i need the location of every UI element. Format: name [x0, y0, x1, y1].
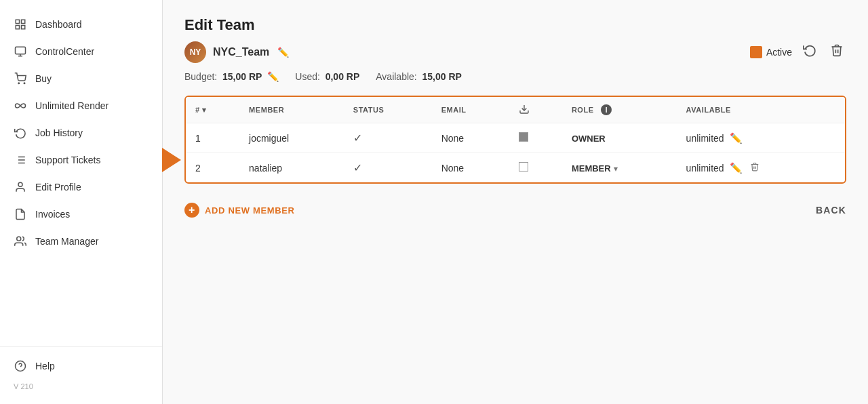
- page-title: Edit Team: [184, 16, 846, 34]
- help-icon: [14, 359, 27, 373]
- row-0-member: jocmiguel: [239, 123, 344, 153]
- members-table-body: 1jocmiguel✓NoneOWNERunlimited ✏️2natalie…: [186, 123, 845, 183]
- sidebar-item-controlcenter-label: ControlCenter: [35, 46, 94, 57]
- sidebar-item-dashboard-label: Dashboard: [35, 19, 82, 30]
- row-0-num: 1: [186, 123, 239, 153]
- col-status: STATUS: [344, 97, 432, 123]
- status-check: ✓: [353, 132, 362, 144]
- member-checkbox-filled[interactable]: [519, 132, 528, 142]
- budget-edit-button[interactable]: ✏️: [267, 71, 279, 82]
- budget-value: 15,00 RP: [222, 71, 262, 82]
- sidebar-item-job-history[interactable]: Job History: [0, 119, 162, 146]
- active-badge: Active: [750, 46, 792, 58]
- team-name: NYC_Team: [213, 46, 269, 58]
- back-button[interactable]: BACK: [816, 205, 846, 216]
- budget-row: Budget: 15,00 RP ✏️ Used: 0,00 RP Availa…: [184, 71, 846, 82]
- team-name-edit-button[interactable]: ✏️: [276, 45, 290, 59]
- team-icon: [14, 235, 27, 248]
- sidebar-item-invoices[interactable]: Invoices: [0, 201, 162, 228]
- members-table-container: # ▾ MEMBER STATUS EMAIL ROLE i AVAILABLE…: [184, 96, 846, 184]
- active-dot: [750, 46, 762, 58]
- sidebar-item-job-history-label: Job History: [35, 127, 83, 138]
- members-table: # ▾ MEMBER STATUS EMAIL ROLE i AVAILABLE…: [186, 97, 845, 182]
- svg-point-14: [17, 237, 21, 241]
- sidebar-item-help[interactable]: Help: [0, 352, 162, 380]
- cart-icon: [14, 72, 27, 85]
- row-1-checkbox-cell[interactable]: [509, 153, 562, 183]
- role-member: MEMBER: [572, 163, 611, 174]
- sidebar-item-dashboard[interactable]: Dashboard: [0, 11, 162, 38]
- sidebar-item-controlcenter[interactable]: ControlCenter: [0, 38, 162, 65]
- row-0-role: OWNER: [562, 123, 677, 153]
- row-0-checkbox-cell[interactable]: [509, 123, 562, 153]
- sidebar-item-help-label: Help: [35, 361, 55, 371]
- table-row: 2nataliep✓NoneMEMBER ▾unlimited ✏️: [186, 153, 845, 183]
- sidebar-item-team-manager-label: Team Manager: [35, 236, 98, 247]
- team-header: NY NYC_Team ✏️ Active: [184, 41, 846, 63]
- list-icon: [14, 153, 27, 167]
- version-text: V 210: [0, 380, 162, 393]
- actions-row: + ADD NEW MEMBER BACK: [184, 200, 846, 220]
- svg-rect-2: [16, 26, 19, 29]
- dashboard-icon: [14, 18, 27, 31]
- edit-available-button[interactable]: ✏️: [727, 131, 745, 145]
- row-1-available: unlimited ✏️: [677, 153, 845, 183]
- sidebar: Dashboard ControlCenter Buy Unlimited Re…: [0, 0, 163, 404]
- add-member-button[interactable]: + ADD NEW MEMBER: [184, 203, 295, 218]
- col-email: EMAIL: [432, 97, 510, 123]
- role-info-icon: i: [601, 104, 612, 115]
- sidebar-item-buy[interactable]: Buy: [0, 65, 162, 92]
- profile-icon: [14, 180, 27, 194]
- sidebar-item-unlimited-render[interactable]: Unlimited Render: [0, 92, 162, 119]
- status-check: ✓: [353, 162, 362, 174]
- sidebar-item-support-tickets[interactable]: Support Tickets: [0, 146, 162, 174]
- table-header-row: # ▾ MEMBER STATUS EMAIL ROLE i AVAILABLE: [186, 97, 845, 123]
- row-1-email: None: [432, 153, 510, 183]
- row-0-email: None: [432, 123, 510, 153]
- main-content: Edit Team NY NYC_Team ✏️ Active Budget: …: [163, 0, 868, 404]
- used-value: 0,00 RP: [326, 71, 360, 82]
- role-owner: OWNER: [572, 134, 606, 144]
- row-0-status: ✓: [344, 123, 432, 153]
- available-value: 15,00 RP: [422, 71, 462, 82]
- edit-available-button[interactable]: ✏️: [727, 161, 745, 175]
- delete-member-button[interactable]: [747, 161, 762, 175]
- col-download: [509, 97, 562, 123]
- sidebar-item-support-tickets-label: Support Tickets: [35, 155, 101, 165]
- sidebar-item-edit-profile-label: Edit Profile: [35, 182, 81, 193]
- active-label: Active: [766, 47, 792, 58]
- unlimited-icon: [14, 99, 27, 113]
- col-num[interactable]: # ▾: [186, 97, 239, 123]
- col-member: MEMBER: [239, 97, 344, 123]
- used-label: Used: 0,00 RP: [295, 71, 359, 82]
- history-button[interactable]: [800, 41, 819, 63]
- sidebar-item-buy-label: Buy: [35, 73, 52, 84]
- sidebar-item-invoices-label: Invoices: [35, 209, 70, 220]
- sidebar-item-team-manager[interactable]: Team Manager: [0, 228, 162, 255]
- sidebar-arrow: [162, 148, 181, 172]
- svg-rect-4: [16, 47, 26, 54]
- team-avatar: NY: [184, 41, 206, 63]
- add-icon: +: [184, 203, 199, 218]
- row-1-num: 2: [186, 153, 239, 183]
- table-row: 1jocmiguel✓NoneOWNERunlimited ✏️: [186, 123, 845, 153]
- role-dropdown-arrow[interactable]: ▾: [614, 164, 618, 174]
- delete-team-button[interactable]: [827, 41, 846, 63]
- budget-label: Budget: 15,00 RP ✏️: [184, 71, 279, 82]
- monitor-icon: [14, 45, 27, 58]
- history-icon: [14, 126, 27, 140]
- svg-rect-1: [22, 20, 25, 23]
- col-available: AVAILABLE: [677, 97, 845, 123]
- member-checkbox-empty[interactable]: [519, 162, 528, 171]
- add-member-label: ADD NEW MEMBER: [205, 205, 295, 216]
- row-1-status: ✓: [344, 153, 432, 183]
- row-0-available: unlimited ✏️: [677, 123, 845, 153]
- available-label: Available: 15,00 RP: [376, 71, 462, 82]
- svg-point-13: [18, 182, 22, 186]
- sidebar-item-edit-profile[interactable]: Edit Profile: [0, 174, 162, 201]
- row-1-role: MEMBER ▾: [562, 153, 677, 183]
- sidebar-item-unlimited-render-label: Unlimited Render: [35, 100, 108, 111]
- svg-rect-0: [16, 20, 19, 23]
- team-status-area: Active: [750, 41, 846, 63]
- document-icon: [14, 207, 27, 221]
